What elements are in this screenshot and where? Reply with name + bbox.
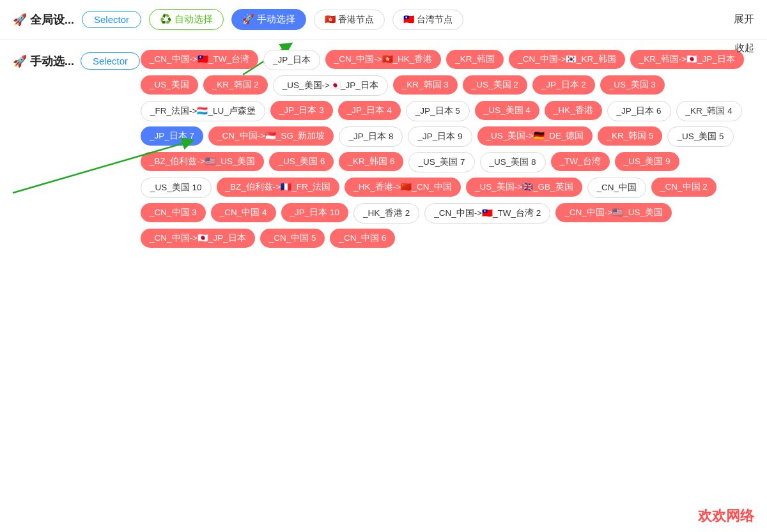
tag-item[interactable]: _CN_中国->🇹🇼_TW_台湾: [141, 50, 258, 69]
section-left: 🚀 手动选... Selector: [13, 50, 141, 70]
tag-item[interactable]: _CN_中国->🇺🇸_US_美国: [555, 203, 672, 222]
tag-item[interactable]: _CN_中国 3: [141, 203, 206, 222]
tag-item[interactable]: _KR_韩国 6: [339, 152, 403, 171]
tag-item[interactable]: _JP_日本: [263, 50, 320, 70]
tag-item[interactable]: _US_美国->🇬🇧_GB_英国: [466, 178, 582, 197]
tag-item[interactable]: _CN_中国->🇭🇰_HK_香港: [325, 50, 442, 69]
tag-item[interactable]: _KR_韩国 4: [676, 101, 742, 121]
tw-node-btn[interactable]: 🇹🇼 台湾节点: [392, 10, 463, 30]
main-wrapper: 🚀 全局设... Selector ♻️ 自动选择 🚀 手动选择 🇭🇰 香港节点…: [0, 0, 767, 532]
global-title: 🚀 全局设...: [13, 12, 74, 27]
tag-item[interactable]: _KR_韩国 2: [203, 75, 268, 95]
manual-select-btn[interactable]: 🚀 手动选择: [231, 9, 306, 30]
tag-item[interactable]: _US_美国 4: [475, 101, 539, 120]
tag-item[interactable]: _US_美国 5: [667, 126, 733, 147]
tag-item[interactable]: _JP_日本 4: [338, 101, 401, 120]
tag-item[interactable]: _JP_日本 8: [339, 126, 403, 147]
expand-btn[interactable]: 展开: [734, 13, 754, 26]
tag-item[interactable]: _HK_香港->🇨🇳_CN_中国: [345, 178, 461, 197]
tag-item[interactable]: _KR_韩国 3: [393, 75, 458, 95]
tag-item[interactable]: _US_美国 10: [141, 178, 212, 198]
tag-item[interactable]: _JP_日本 2: [532, 75, 595, 95]
auto-select-btn[interactable]: ♻️ 自动选择: [149, 9, 224, 30]
hk-node-btn[interactable]: 🇭🇰 香港节点: [314, 10, 385, 30]
global-selector-btn[interactable]: Selector: [82, 11, 141, 28]
tags-area: _CN_中国->🇹🇼_TW_台湾_JP_日本_CN_中国->🇭🇰_HK_香港_K…: [141, 50, 754, 248]
hk-node-label: 🇭🇰 香港节点: [325, 14, 374, 26]
tag-item[interactable]: _KR_韩国->🇯🇵_JP_日本: [630, 50, 744, 69]
tag-item[interactable]: _HK_香港: [545, 101, 602, 120]
tag-item[interactable]: _US_美国 6: [269, 152, 334, 171]
tag-item[interactable]: _CN_中国 5: [260, 229, 325, 248]
top-bar: 🚀 全局设... Selector ♻️ 自动选择 🚀 手动选择 🇭🇰 香港节点…: [0, 0, 767, 40]
tag-item[interactable]: _US_美国: [141, 75, 198, 95]
tag-item[interactable]: _KR_韩国 5: [598, 126, 662, 146]
tag-item[interactable]: _CN_中国->🇰🇷_KR_韩国: [509, 50, 625, 69]
manual-selector-btn[interactable]: Selector: [81, 52, 140, 70]
tag-item[interactable]: _US_美国 7: [408, 152, 474, 172]
tag-item[interactable]: _US_美国->🇩🇪_DE_德国: [477, 126, 593, 146]
tag-item[interactable]: _KR_韩国: [446, 50, 504, 69]
tag-item[interactable]: _CN_中国: [587, 178, 647, 198]
tag-item[interactable]: _CN_中国 4: [211, 203, 276, 222]
collapse-btn[interactable]: 收起: [735, 42, 754, 54]
tag-item[interactable]: _US_美国 9: [615, 152, 679, 171]
tag-item[interactable]: _US_美国->🇯🇵_JP_日本: [273, 75, 388, 96]
tag-item[interactable]: _JP_日本 6: [607, 101, 671, 121]
tag-item[interactable]: _CN_中国->🇯🇵_JP_日本: [141, 229, 255, 248]
auto-select-label: ♻️ 自动选择: [160, 13, 213, 26]
tag-item[interactable]: _FR_法国->🇱🇺_LU_卢森堡: [141, 101, 265, 121]
tag-item[interactable]: _JP_日本 3: [270, 101, 333, 120]
tag-item[interactable]: _CN_中国 6: [330, 229, 395, 248]
tw-node-label: 🇹🇼 台湾节点: [403, 14, 453, 26]
tag-item[interactable]: _US_美国 2: [463, 75, 527, 95]
tag-item[interactable]: _BZ_伯利兹->🇺🇸_US_美国: [141, 152, 264, 171]
tag-item[interactable]: _US_美国 3: [600, 75, 665, 95]
tag-item[interactable]: _JP_日本 9: [408, 126, 472, 147]
manual-section-title: 🚀 手动选...: [13, 54, 74, 69]
tag-item[interactable]: _CN_中国->🇸🇬_SG_新加坡: [208, 126, 334, 146]
tag-item[interactable]: _BZ_伯利兹->🇫🇷_FR_法国: [217, 178, 340, 197]
tag-item[interactable]: _CN_中国->🇹🇼_TW_台湾 2: [424, 203, 550, 224]
tag-item[interactable]: _US_美国 8: [480, 152, 546, 172]
tag-item[interactable]: _JP_日本 10: [281, 203, 349, 222]
tag-item[interactable]: _TW_台湾: [551, 152, 610, 171]
watermark: 欢欢网络: [698, 506, 754, 526]
tag-item[interactable]: _CN_中国 2: [651, 178, 717, 197]
tag-item[interactable]: _HK_香港 2: [353, 203, 419, 224]
content-section: 🚀 手动选... Selector _CN_中国->🇹🇼_TW_台湾_JP_日本…: [0, 40, 767, 258]
tag-item[interactable]: _JP_日本 5: [406, 101, 470, 121]
tag-item[interactable]: _JP_日本 7: [141, 126, 203, 146]
manual-select-label: 🚀 手动选择: [242, 13, 295, 26]
